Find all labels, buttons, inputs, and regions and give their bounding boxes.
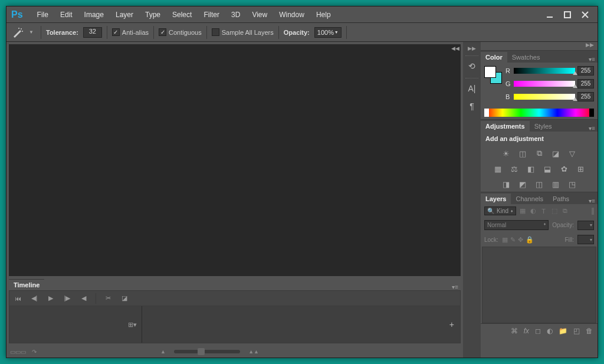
channels-tab[interactable]: Channels <box>511 194 547 204</box>
posterize-icon[interactable]: ◩ <box>517 179 528 189</box>
blue-value-input[interactable]: 255 <box>577 92 594 101</box>
filter-adjustment-icon[interactable]: ◐ <box>529 207 537 215</box>
add-media-icon[interactable]: + <box>449 320 454 329</box>
zoom-slider-thumb[interactable] <box>198 348 205 355</box>
menu-3d[interactable]: 3D <box>226 8 245 21</box>
maximize-button[interactable] <box>560 9 575 20</box>
channel-mixer-icon[interactable]: ✿ <box>559 163 569 174</box>
previous-frame-icon[interactable]: ◀| <box>29 294 39 302</box>
track-options-icon[interactable]: ⊞▾ <box>127 321 137 329</box>
layer-mask-icon[interactable]: ◻ <box>535 327 541 335</box>
invert-icon[interactable]: ◨ <box>501 179 511 189</box>
canvas-area[interactable]: ◀◀ <box>9 44 461 276</box>
hue-saturation-icon[interactable]: ▦ <box>493 163 503 174</box>
expand-right-panels-icon[interactable]: ▶▶ <box>481 42 598 50</box>
green-value-input[interactable]: 255 <box>577 79 594 88</box>
tool-preset-dropdown[interactable]: ▼ <box>29 29 36 35</box>
blue-slider[interactable] <box>514 94 575 100</box>
tolerance-input[interactable]: 32 <box>83 27 102 38</box>
menu-window[interactable]: Window <box>274 8 309 21</box>
expand-strip-icon[interactable]: ▶▶ <box>463 44 481 53</box>
lock-all-icon[interactable]: 🔒 <box>526 236 534 244</box>
new-layer-icon[interactable]: ◰ <box>573 327 580 335</box>
menu-help[interactable]: Help <box>311 8 336 21</box>
foreground-color-swatch[interactable] <box>484 66 496 78</box>
filter-shape-icon[interactable]: ⬚ <box>550 207 559 215</box>
paragraph-panel-icon[interactable]: ¶ <box>463 97 481 115</box>
exposure-icon[interactable]: ◪ <box>550 148 561 159</box>
layer-fill-dropdown[interactable]: ▾ <box>577 235 594 244</box>
timeline-track-content[interactable]: + <box>142 306 460 343</box>
new-group-icon[interactable]: 📁 <box>559 327 567 335</box>
menu-layer[interactable]: Layer <box>111 8 138 21</box>
color-tab[interactable]: Color <box>481 52 507 63</box>
lock-image-icon[interactable]: ✎ <box>510 236 516 244</box>
link-layers-icon[interactable]: ⌘ <box>511 327 518 335</box>
menu-file[interactable]: File <box>32 8 53 21</box>
menu-image[interactable]: Image <box>80 8 109 21</box>
adjustments-panel-menu[interactable]: ▾≡ <box>589 125 595 132</box>
menu-edit[interactable]: Edit <box>55 8 77 21</box>
layers-tab[interactable]: Layers <box>481 194 511 204</box>
lock-position-icon[interactable]: ✥ <box>518 236 523 244</box>
minimize-button[interactable] <box>542 9 557 20</box>
color-spectrum-ramp[interactable] <box>484 109 594 117</box>
contiguous-checkbox[interactable]: Contiguous <box>159 28 202 36</box>
filter-pixel-icon[interactable]: ▦ <box>518 207 527 215</box>
black-white-icon[interactable]: ◧ <box>526 163 536 174</box>
antialias-checkbox[interactable]: Anti-alias <box>112 28 149 36</box>
new-adjustment-layer-icon[interactable]: ◐ <box>547 327 553 335</box>
delete-layer-icon[interactable]: 🗑 <box>586 327 593 335</box>
menu-view[interactable]: View <box>247 8 272 21</box>
opacity-dropdown[interactable]: 100%▼ <box>314 27 342 38</box>
paths-tab[interactable]: Paths <box>548 194 574 204</box>
filter-kind-dropdown[interactable]: 🔍Kind♦ <box>484 206 516 215</box>
render-status-icon[interactable]: ▭▭▭ <box>10 349 26 355</box>
magic-wand-tool-icon[interactable] <box>11 26 24 39</box>
sample-all-layers-checkbox[interactable]: Sample All Layers <box>212 28 274 36</box>
swatches-tab[interactable]: Swatches <box>507 52 545 63</box>
slider-thumb[interactable] <box>573 84 577 88</box>
styles-tab[interactable]: Styles <box>530 121 557 132</box>
adjustments-tab[interactable]: Adjustments <box>481 121 530 132</box>
foreground-background-swatch[interactable] <box>484 66 502 84</box>
slider-thumb[interactable] <box>573 71 577 75</box>
photo-filter-icon[interactable]: ⬓ <box>542 163 553 174</box>
green-slider[interactable] <box>514 81 575 87</box>
filter-type-icon[interactable]: T <box>540 207 548 215</box>
audio-mute-icon[interactable]: ◀ <box>79 294 88 302</box>
filter-toggle[interactable] <box>592 208 594 215</box>
red-slider[interactable] <box>514 68 575 74</box>
timeline-zoom-slider[interactable] <box>174 350 240 353</box>
curves-icon[interactable]: ⧉ <box>534 148 544 159</box>
levels-icon[interactable]: ◫ <box>517 148 528 159</box>
timeline-tab[interactable]: Timeline <box>9 279 44 290</box>
go-to-first-frame-icon[interactable]: ⏮ <box>13 295 22 302</box>
layers-list[interactable] <box>482 247 596 323</box>
zoom-in-mountain-icon[interactable]: ▲▲ <box>248 349 259 355</box>
filter-smart-icon[interactable]: ⧉ <box>561 207 569 215</box>
threshold-icon[interactable]: ◫ <box>534 179 544 189</box>
selective-color-icon[interactable]: ◳ <box>567 179 577 189</box>
history-panel-icon[interactable]: ⟲ <box>463 57 481 75</box>
red-value-input[interactable]: 255 <box>577 66 594 76</box>
character-panel-icon[interactable]: A| <box>463 80 481 97</box>
next-frame-icon[interactable]: |▶ <box>63 294 72 302</box>
collapse-panels-icon[interactable]: ◀◀ <box>450 44 461 53</box>
export-icon[interactable]: ↷ <box>32 349 37 355</box>
lock-transparent-icon[interactable]: ▦ <box>502 236 508 244</box>
close-button[interactable] <box>577 9 593 20</box>
play-icon[interactable]: ▶ <box>46 294 55 302</box>
color-balance-icon[interactable]: ⚖ <box>509 163 520 174</box>
color-lookup-icon[interactable]: ⊞ <box>575 163 586 174</box>
blend-mode-dropdown[interactable]: Normal♦ <box>484 220 549 230</box>
layer-style-icon[interactable]: fx <box>524 327 529 335</box>
transition-icon[interactable]: ◪ <box>120 294 129 302</box>
timeline-panel-menu[interactable]: ▾≡ <box>452 284 458 290</box>
layers-panel-menu[interactable]: ▾≡ <box>589 198 595 204</box>
brightness-contrast-icon[interactable]: ☀ <box>501 148 511 159</box>
menu-type[interactable]: Type <box>140 8 165 21</box>
vibrance-icon[interactable]: ▽ <box>567 148 577 159</box>
zoom-out-mountain-icon[interactable]: ▲ <box>160 349 166 355</box>
layer-opacity-dropdown[interactable]: ▾ <box>577 221 594 230</box>
